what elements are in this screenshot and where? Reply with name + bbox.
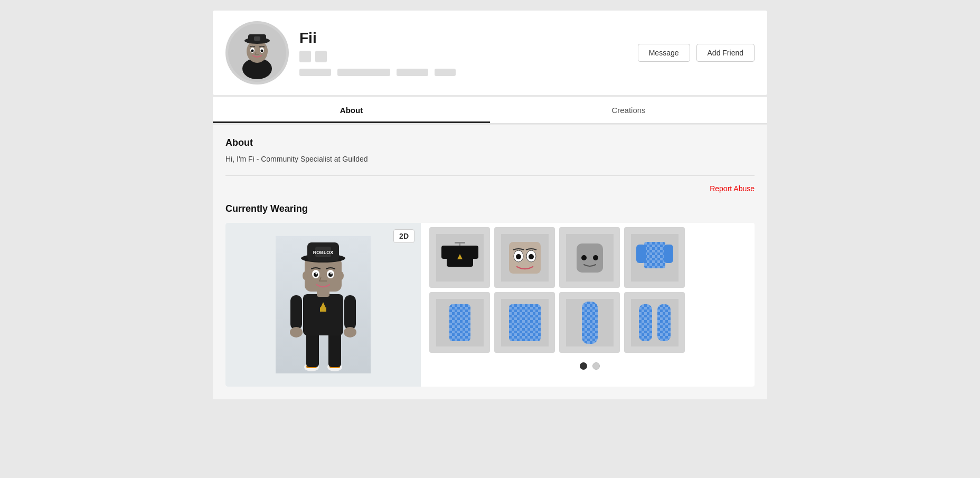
svg-rect-21 — [290, 295, 302, 330]
svg-rect-65 — [449, 304, 470, 341]
svg-rect-53 — [577, 243, 603, 273]
svg-point-9 — [251, 50, 254, 52]
message-button[interactable]: Message — [638, 44, 690, 62]
wearing-grid: 2D — [225, 223, 755, 387]
svg-point-37 — [303, 271, 308, 280]
pagination-dots — [429, 357, 750, 375]
svg-rect-78 — [631, 299, 679, 346]
avatar — [225, 21, 289, 85]
item-thumb-1[interactable] — [429, 227, 490, 288]
item-thumb-4[interactable] — [624, 227, 685, 288]
svg-rect-80 — [639, 304, 652, 341]
svg-rect-20 — [320, 307, 326, 312]
profile-actions: Message Add Friend — [638, 44, 755, 62]
item-thumb-7[interactable] — [559, 292, 620, 353]
tab-about[interactable]: About — [213, 97, 490, 123]
profile-username: Fii — [299, 30, 456, 46]
svg-point-24 — [344, 327, 356, 338]
svg-rect-62 — [664, 245, 673, 263]
currently-wearing-section: Currently Wearing 2D — [225, 203, 755, 387]
svg-point-54 — [581, 255, 587, 260]
svg-point-55 — [593, 255, 598, 260]
svg-point-51 — [529, 254, 534, 259]
item-thumb-5[interactable] — [429, 292, 490, 353]
svg-rect-82 — [657, 304, 671, 341]
about-title: About — [225, 137, 755, 148]
skeleton-icon-2 — [315, 51, 327, 62]
skeleton-icon-1 — [299, 51, 311, 62]
items-row-2 — [429, 292, 750, 353]
svg-rect-17 — [328, 331, 341, 367]
about-text: Hi, I'm Fi - Community Specialist at Gui… — [225, 154, 755, 165]
svg-rect-43 — [441, 246, 452, 259]
tab-creations[interactable]: Creations — [490, 97, 767, 123]
items-row-1 — [429, 227, 750, 288]
skeleton-stat-3 — [397, 69, 428, 76]
svg-rect-6 — [254, 36, 260, 41]
badge-2d: 2D — [393, 229, 414, 243]
svg-rect-18 — [303, 294, 343, 335]
profile-meta-row — [299, 51, 456, 62]
pagination-dot-2[interactable] — [592, 362, 600, 370]
svg-point-23 — [290, 327, 303, 338]
page-wrapper: Fii Message Add Friend About — [213, 0, 767, 410]
currently-wearing-title: Currently Wearing — [225, 203, 755, 214]
item-thumb-6[interactable] — [494, 292, 555, 353]
svg-point-10 — [261, 50, 263, 52]
item-thumb-2[interactable] — [494, 227, 555, 288]
skeleton-stat-4 — [435, 69, 456, 76]
profile-left: Fii — [225, 21, 456, 85]
svg-rect-58 — [644, 242, 665, 268]
character-figure: ROBLOX — [276, 236, 371, 373]
profile-stats-row — [299, 69, 456, 76]
add-friend-button[interactable]: Add Friend — [696, 44, 755, 62]
svg-rect-44 — [468, 246, 478, 259]
wearing-items — [425, 223, 755, 387]
skeleton-stat-1 — [299, 69, 331, 76]
svg-point-38 — [338, 271, 344, 280]
skeleton-stat-2 — [337, 69, 390, 76]
svg-point-50 — [516, 254, 521, 259]
svg-point-35 — [316, 273, 317, 275]
item-thumb-8[interactable] — [624, 292, 685, 353]
profile-card: Fii Message Add Friend — [213, 11, 767, 95]
report-abuse-link[interactable]: Report Abuse — [710, 184, 755, 193]
svg-text:ROBLOX: ROBLOX — [313, 250, 334, 255]
svg-point-36 — [331, 273, 332, 275]
character-main-view: 2D — [225, 223, 421, 387]
pagination-dot-1[interactable] — [580, 362, 587, 370]
item-thumb-3[interactable] — [559, 227, 620, 288]
divider — [225, 175, 755, 176]
svg-rect-22 — [344, 295, 356, 330]
svg-rect-16 — [306, 331, 319, 367]
profile-info: Fii — [299, 30, 456, 76]
content-area: About Hi, I'm Fi - Community Specialist … — [213, 125, 767, 399]
tabs-bar: About Creations — [213, 97, 767, 124]
svg-rect-75 — [582, 302, 598, 344]
svg-rect-40 — [455, 242, 465, 243]
svg-rect-61 — [636, 245, 646, 263]
report-row: Report Abuse — [225, 184, 755, 193]
about-section: About Hi, I'm Fi - Community Specialist … — [225, 137, 755, 165]
svg-rect-70 — [509, 304, 541, 341]
